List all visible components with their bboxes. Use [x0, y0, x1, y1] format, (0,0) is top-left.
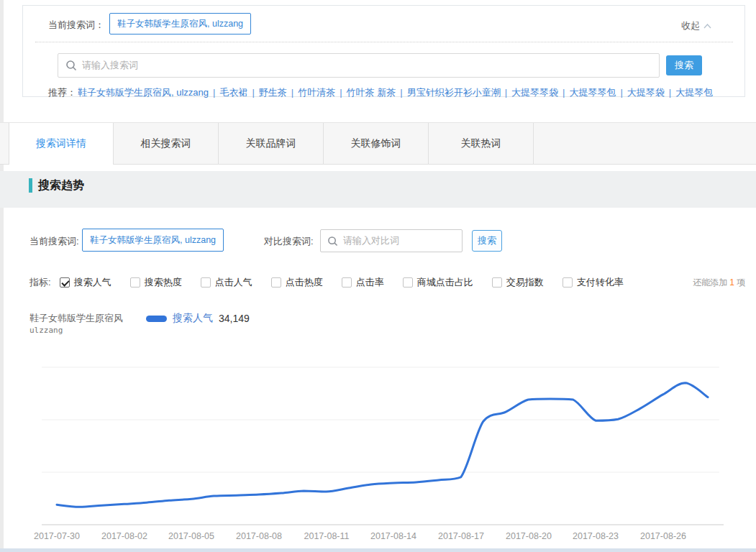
tab-search-term-detail[interactable]: 搜索词详情 [9, 123, 114, 165]
separator: | [505, 87, 507, 98]
separator: | [620, 87, 622, 98]
checkbox-icon [201, 277, 211, 288]
metric-checkbox-click-popularity[interactable]: 点击人气 [201, 276, 252, 289]
search-panel: 当前搜索词： 鞋子女韩版学生原宿风, ulzzang 收起 请输入搜索词 搜索 … [22, 5, 745, 97]
recommend-link[interactable]: 毛衣裙 [219, 87, 247, 98]
tab-related-brand-terms[interactable]: 关联品牌词 [219, 123, 324, 164]
separator: | [400, 87, 402, 98]
tab-related-hot-terms[interactable]: 关联热词 [429, 123, 534, 164]
x-tick-label: 2017-08-05 [168, 531, 214, 541]
x-tick-label: 2017-08-02 [101, 531, 147, 541]
remaining-count: 1 [729, 277, 734, 288]
checkbox-icon [342, 277, 352, 288]
recommend-link[interactable]: 男宝针织衫开衫小童潮 [407, 87, 501, 98]
metric-label: 搜索人气 [74, 276, 111, 289]
recommend-link[interactable]: 竹叶茶 新茶 [347, 87, 396, 98]
recommend-link[interactable]: 大提琴琴包 [569, 87, 616, 98]
metric-label: 交易指数 [506, 276, 544, 289]
checkbox-icon [403, 277, 413, 288]
metric-label: 点击人气 [215, 276, 252, 289]
panel-divider [35, 42, 733, 42]
separator: | [213, 87, 215, 98]
x-tick-label: 2017-08-20 [506, 531, 552, 541]
tab-related-modifier-terms[interactable]: 关联修饰词 [324, 123, 429, 164]
recommend-link[interactable]: 鞋子女韩版学生原宿风, ulzzang [78, 87, 209, 98]
search-input-placeholder: 请输入搜索词 [82, 59, 138, 72]
metrics-row: 指标: 搜索人气 搜索热度 点击人气 点击热度 点击率 商城点击占比 交易指数 [29, 275, 745, 290]
metric-checkbox-click-rate[interactable]: 点击率 [342, 276, 384, 289]
metric-checkbox-click-heat[interactable]: 点击热度 [271, 276, 323, 289]
search-button[interactable]: 搜索 [666, 55, 702, 75]
recommend-link[interactable]: 野生茶 [259, 87, 287, 98]
trend-chart: 2017-07-30 2017-08-02 2017-08-05 2017-08… [0, 309, 756, 546]
compare-search-button[interactable]: 搜索 [472, 230, 502, 252]
separator: | [669, 87, 671, 98]
separator: | [291, 87, 293, 98]
x-tick-label: 2017-08-26 [640, 531, 686, 541]
x-tick-label: 2017-08-11 [304, 531, 349, 541]
current-keyword-label: 当前搜索词： [48, 19, 104, 32]
current-keyword-row: 当前搜索词： 鞋子女韩版学生原宿风, ulzzang 收起 [23, 13, 744, 36]
x-tick-label: 2017-08-23 [573, 531, 619, 541]
metric-label: 支付转化率 [577, 276, 624, 289]
trend-current-keyword-chip[interactable]: 鞋子女韩版学生原宿风, ulzzang [82, 229, 224, 252]
checkbox-icon [130, 277, 140, 288]
tab-bar: 搜索词详情 相关搜索词 关联品牌词 关联修饰词 关联热词 [0, 122, 756, 165]
metric-label: 点击率 [356, 276, 384, 289]
search-icon [65, 60, 77, 71]
trend-current-keyword-text: 鞋子女韩版学生原宿风, ulzzang [82, 229, 224, 252]
trend-current-keyword-label: 当前搜索词: [29, 235, 79, 248]
metric-label: 商城点击占比 [417, 276, 473, 289]
recommend-link[interactable]: 大提琴包 [675, 87, 713, 98]
section-accent-bar [29, 178, 32, 193]
tab-related-search-terms[interactable]: 相关搜索词 [114, 123, 219, 164]
compare-input-placeholder: 请输入对比词 [343, 234, 399, 247]
metric-checkbox-payment-conversion[interactable]: 支付转化率 [563, 276, 624, 289]
checkbox-icon [271, 277, 281, 288]
chevron-up-icon [703, 24, 711, 29]
metric-checkbox-transaction-index[interactable]: 交易指数 [492, 276, 544, 289]
recommend-link[interactable]: 竹叶清茶 [298, 87, 335, 98]
collapse-toggle[interactable]: 收起 [681, 19, 711, 32]
recommend-label: 推荐： [48, 87, 76, 98]
compare-keyword-input[interactable]: 请输入对比词 [320, 229, 463, 252]
recommend-link[interactable]: 大提琴琴袋 [511, 87, 558, 98]
search-row: 请输入搜索词 搜索 [23, 53, 744, 78]
remaining-add-hint: 还能添加1项 [693, 277, 745, 289]
recommend-row: 推荐：鞋子女韩版学生原宿风, ulzzang|毛衣裙|野生茶|竹叶清茶|竹叶茶 … [48, 86, 739, 99]
metric-checkbox-search-heat[interactable]: 搜索热度 [130, 276, 182, 289]
metrics-label: 指标: [29, 276, 51, 289]
search-input[interactable]: 请输入搜索词 [58, 53, 660, 78]
section-header: 搜索趋势 [0, 171, 756, 208]
metric-label: 点击热度 [286, 276, 323, 289]
x-tick-label: 2017-07-30 [34, 531, 80, 541]
separator: | [563, 87, 565, 98]
collapse-label: 收起 [681, 19, 700, 32]
metric-checkbox-mall-click-share[interactable]: 商城点击占比 [403, 276, 473, 289]
search-analytics-page: 当前搜索词： 鞋子女韩版学生原宿风, ulzzang 收起 请输入搜索词 搜索 … [0, 0, 756, 552]
metric-checkbox-search-popularity[interactable]: 搜索人气 [60, 276, 111, 289]
current-keyword-chip[interactable]: 鞋子女韩版学生原宿风, ulzzang [109, 13, 251, 34]
separator: | [340, 87, 342, 98]
x-tick-label: 2017-08-17 [438, 531, 484, 541]
metric-label: 搜索热度 [145, 276, 182, 289]
compare-keyword-label: 对比搜索词: [264, 235, 314, 248]
recommend-link[interactable]: 大提琴袋 [627, 87, 665, 98]
x-tick-label: 2017-08-14 [370, 531, 416, 541]
trend-line-series [57, 383, 708, 507]
checkbox-checked-icon [60, 277, 70, 288]
bottom-scroll-bar [0, 548, 756, 552]
x-tick-label: 2017-08-08 [236, 531, 282, 541]
checkbox-icon [492, 277, 502, 288]
checkbox-icon [563, 277, 573, 288]
section-title: 搜索趋势 [38, 172, 84, 199]
separator: | [252, 87, 254, 98]
search-icon [327, 236, 338, 247]
